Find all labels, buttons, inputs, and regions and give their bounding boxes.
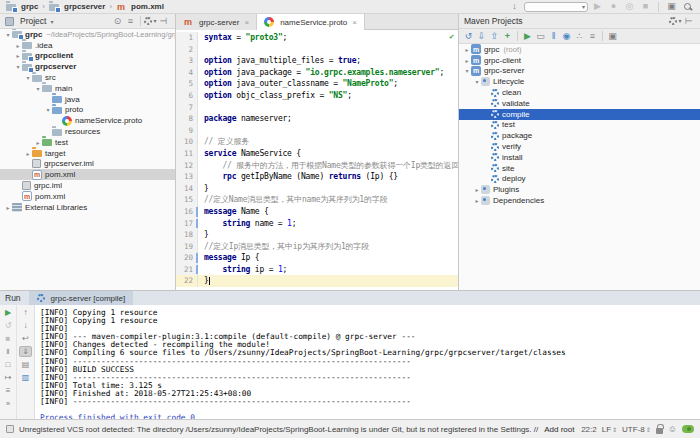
project-structure-icon[interactable]: ▣ — [665, 1, 678, 13]
close-tab-icon[interactable]: × — [352, 18, 357, 27]
tree-item-target[interactable]: ▸target — [0, 148, 175, 159]
tree-item-pom.xml[interactable]: mpom.xml — [0, 191, 175, 202]
expand-arrow-icon[interactable]: ▸ — [473, 197, 481, 204]
expand-arrow-icon[interactable]: ▸ — [14, 42, 22, 49]
expand-arrow-icon[interactable]: ▾ — [44, 106, 52, 113]
expand-arrow-icon[interactable]: ▾ — [24, 74, 32, 81]
tree-item-main[interactable]: ▾main — [0, 83, 175, 94]
collapse-all-icon[interactable]: ≡ — [124, 15, 137, 27]
pause-output-icon[interactable]: ‖ — [2, 346, 15, 357]
tree-item-plugins[interactable]: ▸Plugins — [459, 184, 700, 195]
breadcrumb-item-grpcserver[interactable]: grpcserver — [49, 2, 105, 11]
code-area[interactable]: ✔ 1syntax = "proto3";23option java_multi… — [176, 30, 458, 290]
tree-item-grpcclient[interactable]: ▸grpcclient — [0, 51, 175, 62]
tree-item-nameservice.proto[interactable]: nameService.proto — [0, 115, 175, 126]
tree-item-src[interactable]: ▾src — [0, 72, 175, 83]
collapse-all-icon[interactable]: ≡ — [586, 30, 599, 42]
expand-arrow-icon[interactable]: ▾ — [473, 78, 481, 85]
expand-arrow-icon[interactable]: ▸ — [4, 204, 12, 211]
tree-item-grpc-client[interactable]: ▸mgrpc-client — [459, 55, 700, 66]
tree-item-lifecycle[interactable]: ▾Lifecycle — [459, 76, 700, 87]
expand-arrow-icon[interactable]: ▸ — [463, 46, 471, 53]
run-tab[interactable]: grpc-server [compile] — [29, 291, 134, 305]
tree-item-install[interactable]: install — [459, 152, 700, 163]
tree-item-grpcserver[interactable]: ▾grpcserver — [0, 61, 175, 72]
prev-message-icon[interactable]: ↑ — [19, 307, 32, 318]
console-settings-icon[interactable]: ≡ — [2, 385, 15, 396]
tree-item-grpc[interactable]: ▾grpc~/IdeaProjects/SpringBoot-Learning/… — [0, 29, 175, 40]
run-config-combobox[interactable]: ▾ — [524, 2, 588, 12]
expand-arrow-icon[interactable]: ▸ — [14, 52, 22, 59]
tree-item-clean[interactable]: clean — [459, 87, 700, 98]
expand-arrow-icon[interactable]: ▸ — [34, 139, 42, 146]
tree-item-site[interactable]: site — [459, 163, 700, 174]
tree-item-.idea[interactable]: ▸.idea — [0, 40, 175, 51]
encoding-selector[interactable]: UTF-8⇕ — [622, 425, 651, 434]
settings-gear-icon[interactable]: ▾ — [144, 15, 157, 27]
update-project-icon[interactable]: ↓ — [508, 1, 521, 13]
more-options-icon[interactable]: » — [2, 398, 15, 409]
breadcrumb-item-pom.xml[interactable]: mpom.xml — [116, 2, 164, 12]
scroll-to-end-icon[interactable]: ⇓ — [19, 346, 32, 357]
add-maven-project-icon[interactable]: + — [501, 30, 514, 42]
next-message-icon[interactable]: ↓ — [19, 320, 32, 331]
tree-item-grpc[interactable]: ▸mgrpc(root) — [459, 44, 700, 55]
rerun-icon[interactable]: ▶ — [2, 307, 15, 318]
expand-arrow-icon[interactable]: ▾ — [14, 63, 22, 70]
stop-icon[interactable]: ■ — [2, 333, 15, 344]
expand-arrow-icon[interactable]: ▾ — [34, 85, 42, 92]
run-icon[interactable]: ▶ — [591, 1, 604, 13]
tree-item-java[interactable]: java — [0, 94, 175, 105]
status-link-add-root[interactable]: Add root — [544, 425, 574, 434]
expand-arrow-icon[interactable]: ▸ — [24, 150, 32, 157]
debug-icon[interactable]: ● — [607, 1, 620, 13]
tree-item-package[interactable]: package — [459, 130, 700, 141]
run-build-icon[interactable]: ▶ — [521, 30, 534, 42]
maven-settings-icon[interactable]: ▣ — [606, 30, 619, 42]
tree-item-resources[interactable]: resources — [0, 126, 175, 137]
tree-item-grpcserver.iml[interactable]: grpcserver.iml — [0, 159, 175, 170]
stop-icon[interactable]: ■ — [639, 1, 652, 13]
close-tab-icon[interactable]: × — [244, 18, 249, 27]
tree-item-external-libraries[interactable]: ▸External Libraries — [0, 202, 175, 213]
search-everywhere-icon[interactable] — [681, 1, 694, 13]
console-output[interactable]: [INFO] Copying 1 resource[INFO] Copying … — [35, 305, 700, 419]
generate-sources-icon[interactable]: ⇧ — [488, 30, 501, 42]
breadcrumb-item-grpc[interactable]: grpc — [6, 2, 38, 11]
tree-item-proto[interactable]: ▾proto — [0, 105, 175, 116]
tree-item-grpc-server[interactable]: ▾mgrpc-server — [459, 66, 700, 77]
expand-arrow-icon[interactable]: ▾ — [463, 67, 471, 74]
tree-item-validate[interactable]: validate — [459, 98, 700, 109]
settings-gear-icon[interactable]: ▾ — [669, 15, 682, 27]
tree-item-compile[interactable]: compile — [459, 109, 700, 120]
reimport-icon[interactable]: ↺ — [462, 30, 475, 42]
tree-item-verify[interactable]: verify — [459, 141, 700, 152]
show-dependencies-icon[interactable]: ∴ — [573, 30, 586, 42]
editor-tab-grpc-server[interactable]: mgrpc-server× — [176, 14, 257, 30]
caret-position[interactable]: 22:2 — [581, 425, 597, 434]
exit-console-icon[interactable]: ↦ — [2, 372, 15, 383]
tree-item-test[interactable]: test — [459, 120, 700, 131]
expand-arrow-icon[interactable]: ▾ — [4, 31, 12, 38]
highlighting-level-icon[interactable]: ☺ — [668, 424, 677, 434]
notifications-badge[interactable] — [682, 425, 694, 433]
tree-item-pom.xml[interactable]: mpom.xml — [0, 169, 175, 180]
tree-item-dependencies[interactable]: ▸Dependencies — [459, 195, 700, 206]
print-icon[interactable]: ▤ — [19, 359, 32, 370]
editor-tab-nameservice.proto[interactable]: nameService.proto× — [257, 14, 365, 30]
tree-item-grpc.iml[interactable]: grpc.iml — [0, 180, 175, 191]
tree-item-deploy[interactable]: deploy — [459, 174, 700, 185]
restore-layout-icon[interactable]: □ — [2, 359, 15, 370]
hide-panel-icon[interactable]: ⊣ — [682, 15, 695, 27]
download-sources-icon[interactable]: ⇩ — [475, 30, 488, 42]
clear-all-icon[interactable]: ▥ — [19, 372, 32, 383]
readonly-lock-icon[interactable] — [656, 428, 663, 434]
hide-panel-icon[interactable]: ⊣ — [157, 15, 170, 27]
chevron-down-icon[interactable]: ▾ — [50, 18, 53, 25]
tool-window-switcher-icon[interactable] — [6, 425, 14, 433]
expand-arrow-icon[interactable]: ▸ — [463, 57, 471, 64]
execute-goal-icon[interactable]: ▭ — [534, 30, 547, 42]
toggle-profiles-icon[interactable]: ‖ — [547, 30, 560, 42]
soft-wrap-icon[interactable]: ↩ — [19, 333, 32, 344]
locate-icon[interactable]: ⊙ — [111, 15, 124, 27]
